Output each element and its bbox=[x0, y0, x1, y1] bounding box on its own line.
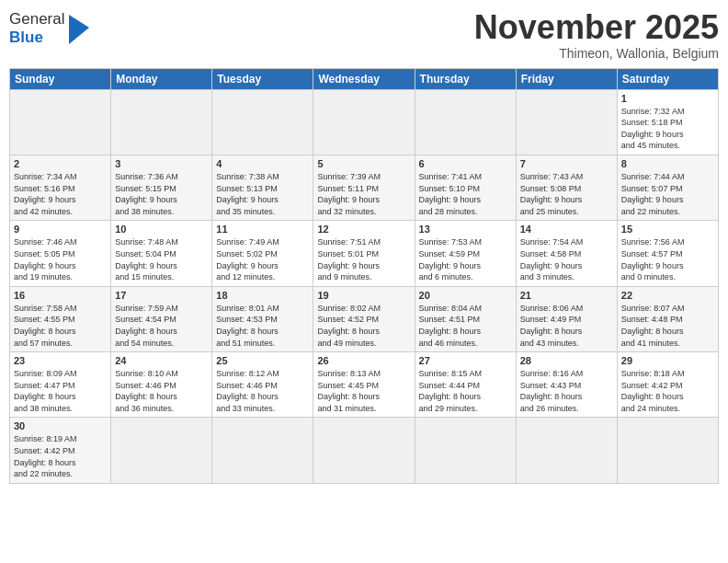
calendar-cell: 22Sunrise: 8:07 AM Sunset: 4:48 PM Dayli… bbox=[617, 286, 718, 351]
calendar-cell: 18Sunrise: 8:01 AM Sunset: 4:53 PM Dayli… bbox=[212, 286, 313, 351]
day-number: 6 bbox=[419, 158, 512, 169]
calendar-cell: 8Sunrise: 7:44 AM Sunset: 5:07 PM Daylig… bbox=[617, 155, 718, 220]
calendar-cell: 3Sunrise: 7:36 AM Sunset: 5:15 PM Daylig… bbox=[111, 155, 212, 220]
header-sunday: Sunday bbox=[10, 68, 111, 89]
calendar-cell: 4Sunrise: 7:38 AM Sunset: 5:13 PM Daylig… bbox=[212, 155, 313, 220]
header-wednesday: Wednesday bbox=[313, 68, 415, 89]
calendar-cell: 15Sunrise: 7:56 AM Sunset: 4:57 PM Dayli… bbox=[617, 221, 718, 286]
day-info: Sunrise: 7:38 AM Sunset: 5:13 PM Dayligh… bbox=[216, 171, 309, 217]
calendar-cell bbox=[516, 89, 617, 155]
day-number: 7 bbox=[520, 158, 613, 169]
day-number: 1 bbox=[621, 93, 714, 104]
calendar-cell bbox=[111, 418, 212, 483]
day-number: 15 bbox=[621, 224, 714, 235]
day-info: Sunrise: 8:19 AM Sunset: 4:42 PM Dayligh… bbox=[14, 433, 107, 479]
day-info: Sunrise: 7:53 AM Sunset: 4:59 PM Dayligh… bbox=[419, 236, 512, 282]
calendar-week-row: 1Sunrise: 7:32 AM Sunset: 5:18 PM Daylig… bbox=[10, 89, 719, 155]
calendar-cell: 13Sunrise: 7:53 AM Sunset: 4:59 PM Dayli… bbox=[415, 221, 516, 286]
calendar-cell: 17Sunrise: 7:59 AM Sunset: 4:54 PM Dayli… bbox=[111, 286, 212, 351]
day-number: 13 bbox=[419, 224, 512, 235]
calendar-cell: 11Sunrise: 7:49 AM Sunset: 5:02 PM Dayli… bbox=[212, 221, 313, 286]
day-info: Sunrise: 7:39 AM Sunset: 5:11 PM Dayligh… bbox=[317, 171, 410, 217]
calendar-header-row: SundayMondayTuesdayWednesdayThursdayFrid… bbox=[10, 68, 719, 89]
logo-triangle-icon bbox=[69, 11, 89, 44]
day-number: 28 bbox=[520, 355, 613, 366]
calendar-cell bbox=[10, 89, 111, 155]
day-number: 2 bbox=[14, 158, 107, 169]
day-number: 24 bbox=[115, 355, 208, 366]
day-number: 11 bbox=[216, 224, 309, 235]
calendar-cell: 12Sunrise: 7:51 AM Sunset: 5:01 PM Dayli… bbox=[313, 221, 415, 286]
day-info: Sunrise: 8:07 AM Sunset: 4:48 PM Dayligh… bbox=[621, 303, 714, 349]
calendar-cell: 9Sunrise: 7:46 AM Sunset: 5:05 PM Daylig… bbox=[10, 221, 111, 286]
calendar-cell: 24Sunrise: 8:10 AM Sunset: 4:46 PM Dayli… bbox=[111, 352, 212, 418]
month-title: November 2025 bbox=[474, 9, 719, 46]
day-info: Sunrise: 7:44 AM Sunset: 5:07 PM Dayligh… bbox=[621, 171, 714, 217]
day-info: Sunrise: 7:32 AM Sunset: 5:18 PM Dayligh… bbox=[621, 106, 714, 152]
calendar-cell bbox=[212, 89, 313, 155]
calendar-week-row: 9Sunrise: 7:46 AM Sunset: 5:05 PM Daylig… bbox=[10, 221, 719, 286]
calendar-cell: 10Sunrise: 7:48 AM Sunset: 5:04 PM Dayli… bbox=[111, 221, 212, 286]
calendar-cell: 7Sunrise: 7:43 AM Sunset: 5:08 PM Daylig… bbox=[516, 155, 617, 220]
calendar-cell: 28Sunrise: 8:16 AM Sunset: 4:43 PM Dayli… bbox=[516, 352, 617, 418]
day-info: Sunrise: 8:02 AM Sunset: 4:52 PM Dayligh… bbox=[317, 303, 410, 349]
day-info: Sunrise: 7:43 AM Sunset: 5:08 PM Dayligh… bbox=[520, 171, 613, 217]
day-info: Sunrise: 7:49 AM Sunset: 5:02 PM Dayligh… bbox=[216, 236, 309, 282]
calendar-cell bbox=[313, 89, 415, 155]
day-number: 3 bbox=[115, 158, 208, 169]
day-info: Sunrise: 8:18 AM Sunset: 4:42 PM Dayligh… bbox=[621, 368, 714, 414]
calendar-week-row: 16Sunrise: 7:58 AM Sunset: 4:55 PM Dayli… bbox=[10, 286, 719, 351]
header-monday: Monday bbox=[111, 68, 212, 89]
calendar-cell bbox=[415, 418, 516, 483]
logo-blue: Blue bbox=[9, 29, 64, 47]
day-number: 17 bbox=[115, 290, 208, 301]
day-number: 21 bbox=[520, 290, 613, 301]
calendar-cell: 19Sunrise: 8:02 AM Sunset: 4:52 PM Dayli… bbox=[313, 286, 415, 351]
calendar-cell: 27Sunrise: 8:15 AM Sunset: 4:44 PM Dayli… bbox=[415, 352, 516, 418]
day-number: 12 bbox=[317, 224, 410, 235]
day-number: 14 bbox=[520, 224, 613, 235]
calendar-cell: 5Sunrise: 7:39 AM Sunset: 5:11 PM Daylig… bbox=[313, 155, 415, 220]
day-info: Sunrise: 8:06 AM Sunset: 4:49 PM Dayligh… bbox=[520, 303, 613, 349]
calendar-cell bbox=[313, 418, 415, 483]
day-number: 5 bbox=[317, 158, 410, 169]
header: General Blue November 2025 Thimeon, Wall… bbox=[9, 9, 719, 61]
calendar-cell bbox=[212, 418, 313, 483]
logo-general: General bbox=[9, 10, 64, 29]
day-number: 20 bbox=[419, 290, 512, 301]
day-info: Sunrise: 8:15 AM Sunset: 4:44 PM Dayligh… bbox=[419, 368, 512, 414]
header-friday: Friday bbox=[516, 68, 617, 89]
day-info: Sunrise: 8:01 AM Sunset: 4:53 PM Dayligh… bbox=[216, 303, 309, 349]
calendar-week-row: 23Sunrise: 8:09 AM Sunset: 4:47 PM Dayli… bbox=[10, 352, 719, 418]
day-info: Sunrise: 8:12 AM Sunset: 4:46 PM Dayligh… bbox=[216, 368, 309, 414]
day-number: 25 bbox=[216, 355, 309, 366]
calendar-cell: 20Sunrise: 8:04 AM Sunset: 4:51 PM Dayli… bbox=[415, 286, 516, 351]
svg-marker-0 bbox=[69, 15, 89, 44]
day-number: 26 bbox=[317, 355, 410, 366]
title-area: November 2025 Thimeon, Wallonia, Belgium bbox=[474, 9, 719, 61]
day-info: Sunrise: 7:34 AM Sunset: 5:16 PM Dayligh… bbox=[14, 171, 107, 217]
header-tuesday: Tuesday bbox=[212, 68, 313, 89]
calendar-cell: 25Sunrise: 8:12 AM Sunset: 4:46 PM Dayli… bbox=[212, 352, 313, 418]
calendar-cell: 21Sunrise: 8:06 AM Sunset: 4:49 PM Dayli… bbox=[516, 286, 617, 351]
day-info: Sunrise: 8:10 AM Sunset: 4:46 PM Dayligh… bbox=[115, 368, 208, 414]
calendar-cell: 26Sunrise: 8:13 AM Sunset: 4:45 PM Dayli… bbox=[313, 352, 415, 418]
day-info: Sunrise: 7:46 AM Sunset: 5:05 PM Dayligh… bbox=[14, 236, 107, 282]
day-number: 9 bbox=[14, 224, 107, 235]
calendar-cell: 23Sunrise: 8:09 AM Sunset: 4:47 PM Dayli… bbox=[10, 352, 111, 418]
day-number: 22 bbox=[621, 290, 714, 301]
day-number: 19 bbox=[317, 290, 410, 301]
header-saturday: Saturday bbox=[617, 68, 718, 89]
calendar-cell bbox=[516, 418, 617, 483]
calendar: SundayMondayTuesdayWednesdayThursdayFrid… bbox=[9, 68, 719, 484]
calendar-cell: 14Sunrise: 7:54 AM Sunset: 4:58 PM Dayli… bbox=[516, 221, 617, 286]
day-number: 27 bbox=[419, 355, 512, 366]
day-info: Sunrise: 8:13 AM Sunset: 4:45 PM Dayligh… bbox=[317, 368, 410, 414]
day-number: 29 bbox=[621, 355, 714, 366]
day-info: Sunrise: 7:48 AM Sunset: 5:04 PM Dayligh… bbox=[115, 236, 208, 282]
day-info: Sunrise: 8:04 AM Sunset: 4:51 PM Dayligh… bbox=[419, 303, 512, 349]
day-info: Sunrise: 7:56 AM Sunset: 4:57 PM Dayligh… bbox=[621, 236, 714, 282]
day-info: Sunrise: 8:16 AM Sunset: 4:43 PM Dayligh… bbox=[520, 368, 613, 414]
day-info: Sunrise: 7:51 AM Sunset: 5:01 PM Dayligh… bbox=[317, 236, 410, 282]
page: General Blue November 2025 Thimeon, Wall… bbox=[0, 0, 728, 563]
